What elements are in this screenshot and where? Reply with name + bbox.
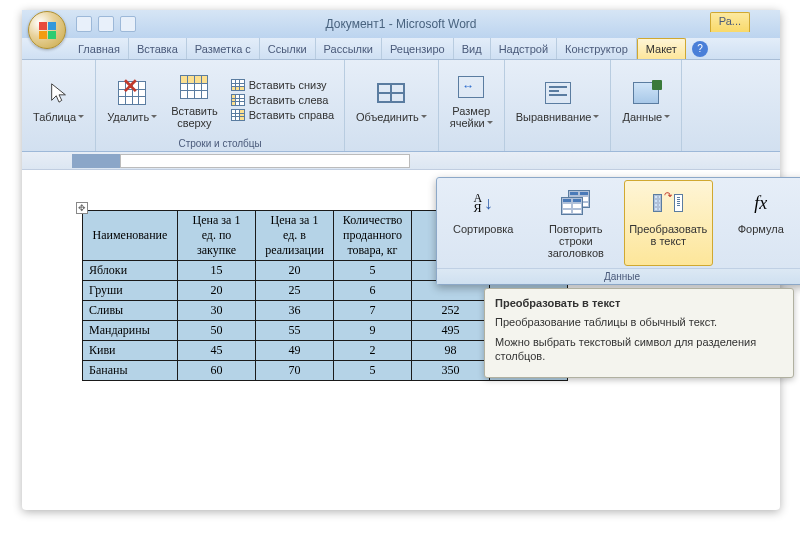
insert-right-icon	[231, 109, 245, 121]
alignment-label: Выравнивание	[516, 111, 592, 123]
table-cell[interactable]: 50	[178, 321, 256, 341]
tab-view[interactable]: Вид	[454, 38, 491, 59]
formula-button[interactable]: fx Формула	[717, 180, 801, 266]
table-cell[interactable]: 6	[334, 281, 412, 301]
repeat-header-icon	[560, 187, 592, 219]
insert-right-button[interactable]: Вставить справа	[227, 108, 338, 122]
repeat-header-label: Повторить строки заголовков	[537, 223, 616, 259]
sort-icon: АЯ↓	[467, 187, 499, 219]
group-rows-columns: ✕ Удалить Вставить сверху Вставить снизу	[96, 60, 345, 151]
table-cell[interactable]: 495	[412, 321, 490, 341]
table-cell[interactable]: 45	[178, 341, 256, 361]
table-cell[interactable]: 252	[412, 301, 490, 321]
formula-icon: fx	[745, 187, 777, 219]
tab-references[interactable]: Ссылки	[260, 38, 316, 59]
insert-left-icon	[231, 94, 245, 106]
context-tab-table-tools[interactable]: Ра...	[710, 12, 750, 32]
insert-below-label: Вставить снизу	[249, 79, 327, 91]
table-cell[interactable]: Яблоки	[83, 261, 178, 281]
group-table-select: Таблица	[22, 60, 96, 151]
cell-size-label: Размер ячейки	[450, 105, 490, 129]
alignment-button[interactable]: Выравнивание	[511, 74, 605, 126]
tab-home[interactable]: Главная	[70, 38, 129, 59]
tooltip-title: Преобразовать в текст	[495, 297, 783, 309]
table-cell[interactable]: 7	[334, 301, 412, 321]
table-cell[interactable]: 5	[334, 261, 412, 281]
merge-icon	[375, 77, 407, 109]
tab-page-layout[interactable]: Разметка с	[187, 38, 260, 59]
table-cell[interactable]: 9	[334, 321, 412, 341]
table-cell[interactable]: 20	[178, 281, 256, 301]
chevron-down-icon	[664, 115, 670, 121]
insert-above-button[interactable]: Вставить сверху	[166, 68, 223, 132]
chevron-down-icon	[151, 115, 157, 121]
sort-button[interactable]: АЯ↓ Сортировка	[439, 180, 528, 266]
ribbon: Таблица ✕ Удалить Вставить св	[22, 60, 780, 152]
chevron-down-icon	[421, 115, 427, 121]
chevron-down-icon	[78, 115, 84, 121]
app-window: Документ1 - Microsoft Word Ра... Главная…	[22, 10, 780, 510]
table-cell[interactable]: Груши	[83, 281, 178, 301]
table-cell[interactable]: 2	[334, 341, 412, 361]
qat-save-icon[interactable]	[76, 16, 92, 32]
insert-below-icon	[231, 79, 245, 91]
insert-below-button[interactable]: Вставить снизу	[227, 78, 338, 92]
qat-undo-icon[interactable]	[98, 16, 114, 32]
insert-left-button[interactable]: Вставить слева	[227, 93, 338, 107]
table-cell[interactable]: Бананы	[83, 361, 178, 381]
group-merge: Объединить	[345, 60, 439, 151]
table-header-cell[interactable]: Цена за 1 ед. в реализации	[256, 211, 334, 261]
data-dropdown-panel: АЯ↓ Сортировка Повторить строки заголовк…	[436, 177, 800, 285]
horizontal-ruler[interactable]	[22, 152, 780, 170]
delete-button[interactable]: ✕ Удалить	[102, 74, 162, 126]
chevron-down-icon	[593, 115, 599, 121]
tab-addins[interactable]: Надстрой	[491, 38, 557, 59]
table-cell[interactable]: 98	[412, 341, 490, 361]
ribbon-tabs: Главная Вставка Разметка с Ссылки Рассыл…	[22, 38, 780, 60]
table-cell[interactable]: Киви	[83, 341, 178, 361]
table-cell[interactable]: 36	[256, 301, 334, 321]
table-cell[interactable]: 5	[334, 361, 412, 381]
group-cell-size: Размер ячейки	[439, 60, 505, 151]
table-cell[interactable]: 350	[412, 361, 490, 381]
group-alignment: Выравнивание	[505, 60, 612, 151]
data-label: Данные	[622, 111, 662, 123]
table-cell[interactable]: 70	[256, 361, 334, 381]
tooltip-line1: Преобразование таблицы в обычный текст.	[495, 315, 783, 329]
data-button[interactable]: Данные	[617, 74, 675, 126]
convert-to-text-button[interactable]: ↷ Преобразовать в текст	[624, 180, 713, 266]
table-cell[interactable]: 15	[178, 261, 256, 281]
help-button[interactable]: ?	[692, 41, 708, 57]
tab-mailings[interactable]: Рассылки	[316, 38, 382, 59]
tab-review[interactable]: Рецензиро	[382, 38, 454, 59]
table-header-cell[interactable]: Цена за 1 ед. по закупке	[178, 211, 256, 261]
tooltip-convert-to-text: Преобразовать в текст Преобразование таб…	[484, 288, 794, 378]
table-header-cell[interactable]: Наименование	[83, 211, 178, 261]
office-button[interactable]	[28, 11, 66, 49]
table-cell[interactable]: Сливы	[83, 301, 178, 321]
table-cell[interactable]: Мандарины	[83, 321, 178, 341]
quick-access-toolbar	[76, 16, 136, 32]
qat-redo-icon[interactable]	[120, 16, 136, 32]
tab-insert[interactable]: Вставка	[129, 38, 187, 59]
group-data: Данные	[611, 60, 682, 151]
table-cell[interactable]: 30	[178, 301, 256, 321]
merge-button[interactable]: Объединить	[351, 74, 432, 126]
cell-size-button[interactable]: Размер ячейки	[445, 68, 498, 132]
table-cell[interactable]: 49	[256, 341, 334, 361]
tab-table-layout[interactable]: Макет	[637, 38, 686, 59]
table-header-cell[interactable]: Количество проданного товара, кг	[334, 211, 412, 261]
select-table-button[interactable]: Таблица	[28, 74, 89, 126]
table-cell[interactable]: 55	[256, 321, 334, 341]
table-cell[interactable]: 60	[178, 361, 256, 381]
data-dropdown-group-label: Данные	[437, 268, 800, 284]
sort-label: Сортировка	[453, 223, 513, 235]
table-cell[interactable]: 25	[256, 281, 334, 301]
convert-to-text-label: Преобразовать в текст	[629, 223, 707, 247]
cursor-icon	[43, 77, 75, 109]
insert-above-label: Вставить сверху	[171, 105, 218, 129]
table-move-handle[interactable]: ✥	[76, 202, 88, 214]
table-cell[interactable]: 20	[256, 261, 334, 281]
repeat-header-rows-button[interactable]: Повторить строки заголовков	[532, 180, 621, 266]
tab-design[interactable]: Конструктор	[557, 38, 637, 59]
